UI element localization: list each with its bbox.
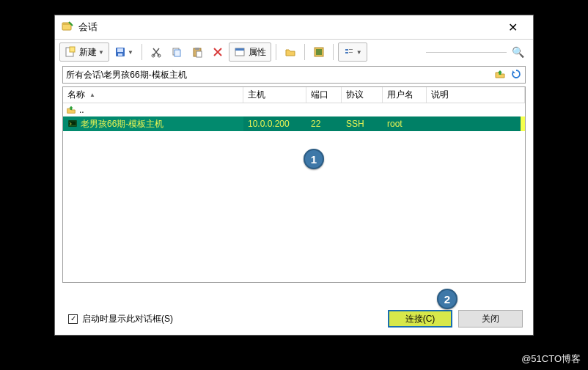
svg-rect-16 [316, 49, 322, 55]
session-user: root [383, 116, 427, 131]
session-port: 22 [306, 116, 342, 131]
col-user[interactable]: 用户名 [383, 87, 427, 103]
properties-label: 属性 [249, 46, 266, 59]
options-button[interactable] [309, 42, 328, 62]
column-headers[interactable]: 名称▲ 主机 端口 协议 用户名 说明 [63, 87, 525, 103]
svg-rect-11 [195, 48, 199, 50]
watermark: @51CTO博客 [521, 352, 581, 366]
svg-rect-9 [174, 50, 180, 56]
col-protocol[interactable]: 协议 [342, 87, 383, 103]
svg-rect-5 [118, 53, 122, 56]
connect-button[interactable]: 连接(C) [388, 310, 452, 328]
svg-rect-14 [235, 48, 244, 51]
close-button[interactable]: 关闭 [458, 310, 523, 328]
parent-folder-row[interactable]: .. [63, 103, 525, 116]
svg-rect-18 [345, 52, 348, 53]
new-label: 新建 [79, 46, 97, 59]
new-folder-button[interactable] [281, 42, 300, 62]
svg-rect-12 [196, 51, 202, 57]
annotation-2: 2 [437, 289, 457, 309]
refresh-icon[interactable] [510, 68, 522, 82]
cut-button[interactable] [147, 42, 166, 62]
up-folder-icon[interactable] [494, 68, 506, 82]
delete-button[interactable] [208, 42, 227, 62]
svg-rect-19 [349, 49, 353, 50]
annotation-1: 1 [304, 149, 324, 169]
session-dialog: 会话 ✕ 新建 ▼ ▼ 属性 [54, 15, 534, 336]
properties-button[interactable]: 属性 [229, 42, 271, 62]
session-name: 老男孩66期-模板主机 [81, 118, 163, 130]
col-host[interactable]: 主机 [243, 87, 306, 103]
close-icon[interactable]: ✕ [498, 21, 527, 34]
checkbox-label: 启动时显示此对话框(S) [82, 313, 173, 325]
new-button[interactable]: 新建 ▼ [59, 42, 109, 62]
save-button[interactable]: ▼ [111, 42, 137, 62]
session-protocol: SSH [342, 116, 383, 131]
window-title: 会话 [78, 21, 498, 34]
session-list: 名称▲ 主机 端口 协议 用户名 说明 .. 老男孩66期-模板主机 10.0.… [62, 86, 526, 283]
dialog-footer: ✓ 启动时显示此对话框(S) 连接(C) 关闭 [55, 303, 533, 335]
show-on-startup-checkbox[interactable]: ✓ 启动时显示此对话框(S) [68, 313, 173, 325]
checkbox-icon: ✓ [68, 314, 78, 324]
svg-rect-20 [349, 52, 353, 53]
chevron-down-icon: ▼ [356, 49, 362, 56]
paste-button[interactable] [188, 42, 207, 62]
search-input[interactable] [426, 52, 507, 53]
view-button[interactable]: ▼ [338, 42, 367, 62]
chevron-down-icon: ▼ [128, 49, 133, 56]
svg-rect-4 [117, 48, 123, 52]
chevron-down-icon: ▼ [98, 49, 104, 56]
col-name[interactable]: 名称▲ [63, 87, 243, 103]
col-port[interactable]: 端口 [306, 87, 342, 103]
search-icon[interactable]: 🔍 [511, 46, 524, 58]
parent-folder-label: .. [79, 105, 84, 115]
session-host: 10.0.0.200 [243, 116, 306, 131]
session-row[interactable]: 老男孩66期-模板主机 10.0.0.200 22 SSH root [63, 116, 525, 131]
svg-rect-2 [70, 47, 75, 52]
col-desc[interactable]: 说明 [427, 87, 525, 103]
breadcrumb: 所有会话\老男孩66期-模板主机 [66, 69, 494, 81]
app-icon [61, 21, 74, 34]
title-bar: 会话 ✕ [55, 15, 533, 39]
path-bar: 所有会话\老男孩66期-模板主机 [62, 66, 526, 84]
svg-rect-17 [345, 49, 348, 51]
toolbar: 新建 ▼ ▼ 属性 [55, 40, 533, 64]
copy-button[interactable] [167, 42, 186, 62]
